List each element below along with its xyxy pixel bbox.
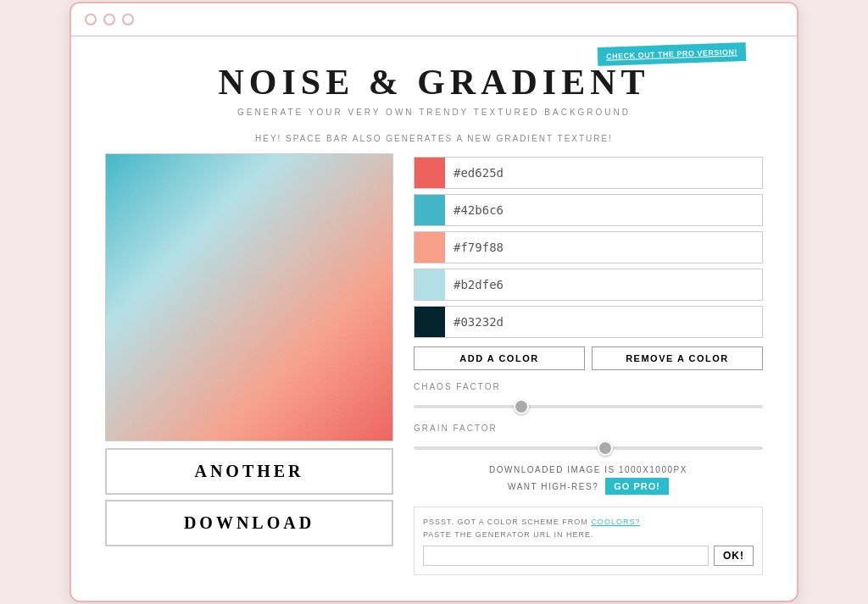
download-button[interactable]: DOWNLOAD: [105, 500, 393, 546]
color-swatch-1[interactable]: [415, 158, 445, 188]
add-color-button[interactable]: ADD A COLOR: [414, 346, 585, 370]
highres-row: WANT HIGH-RES? GO PRO!: [414, 478, 763, 495]
coolors-url-input[interactable]: [423, 546, 709, 566]
browser-dot-3: [122, 14, 134, 25]
color-row-3: [414, 231, 763, 263]
color-row-1: [414, 157, 763, 189]
coolors-ok-button[interactable]: OK!: [714, 546, 754, 566]
browser-dot-1: [85, 14, 97, 25]
grain-factor-label: GRAIN FACTOR: [414, 424, 763, 433]
browser-dot-2: [103, 14, 115, 25]
color-input-1[interactable]: [445, 158, 762, 188]
coolors-pssst: PSSST. GOT A COLOR SCHEME FROM: [423, 518, 591, 526]
coolors-description: PSSST. GOT A COLOR SCHEME FROM COOLORS? …: [423, 516, 754, 540]
color-input-3[interactable]: [445, 232, 762, 263]
coolors-link[interactable]: COOLORS?: [591, 518, 640, 526]
remove-color-button[interactable]: REMOVE A COLOR: [592, 346, 763, 370]
color-swatch-4[interactable]: [415, 269, 445, 300]
app-subtitle: GENERATE YOUR VERY OWN TRENDY TEXTURED B…: [105, 108, 763, 117]
hint-text: HEY! SPACE BAR ALSO GENERATES A NEW GRAD…: [105, 134, 763, 143]
coolors-input-row: OK!: [423, 546, 754, 566]
color-input-2[interactable]: [445, 195, 762, 225]
another-button[interactable]: ANOTHER: [105, 448, 393, 495]
browser-content: CHECK OUT THE PRO VERSION! NOISE & GRADI…: [71, 36, 797, 601]
download-size-info: DOWNLOADED IMAGE IS 1000X1000PX: [414, 465, 763, 474]
pro-badge-link: PRO VERSION!: [676, 47, 737, 58]
coolors-section: PSSST. GOT A COLOR SCHEME FROM COOLORS? …: [414, 507, 763, 575]
grain-factor-container: GRAIN FACTOR: [414, 424, 763, 453]
chaos-factor-container: CHAOS FACTOR: [414, 382, 763, 412]
gradient-preview: [105, 153, 393, 441]
action-buttons: ADD A COLOR REMOVE A COLOR: [414, 346, 763, 370]
main-layout: ANOTHER DOWNLOAD: [105, 153, 763, 575]
color-swatch-3[interactable]: [415, 232, 445, 263]
color-swatch-5[interactable]: [415, 307, 445, 337]
coolors-paste: PASTE THE GENERATOR URL IN HERE.: [423, 530, 594, 539]
gradient-container: ANOTHER DOWNLOAD: [105, 153, 393, 546]
browser-titlebar: [71, 3, 797, 36]
color-swatch-2[interactable]: [415, 195, 445, 225]
controls-panel: ADD A COLOR REMOVE A COLOR CHAOS FACTOR …: [414, 153, 763, 575]
go-pro-button[interactable]: GO PRO!: [605, 478, 669, 495]
pro-badge-prefix: CHECK OUT THE: [606, 50, 677, 61]
chaos-factor-slider[interactable]: [414, 405, 763, 408]
app-title: NOISE & GRADIENT: [105, 62, 763, 103]
chaos-factor-label: CHAOS FACTOR: [414, 382, 763, 391]
color-input-5[interactable]: [445, 307, 762, 337]
browser-window: CHECK OUT THE PRO VERSION! NOISE & GRADI…: [70, 2, 798, 602]
color-input-4[interactable]: [445, 269, 762, 300]
color-row-2: [414, 194, 763, 226]
color-row-4: [414, 269, 763, 301]
highres-text: WANT HIGH-RES?: [508, 482, 598, 491]
grain-factor-slider[interactable]: [414, 446, 763, 450]
color-row-5: [414, 306, 763, 338]
